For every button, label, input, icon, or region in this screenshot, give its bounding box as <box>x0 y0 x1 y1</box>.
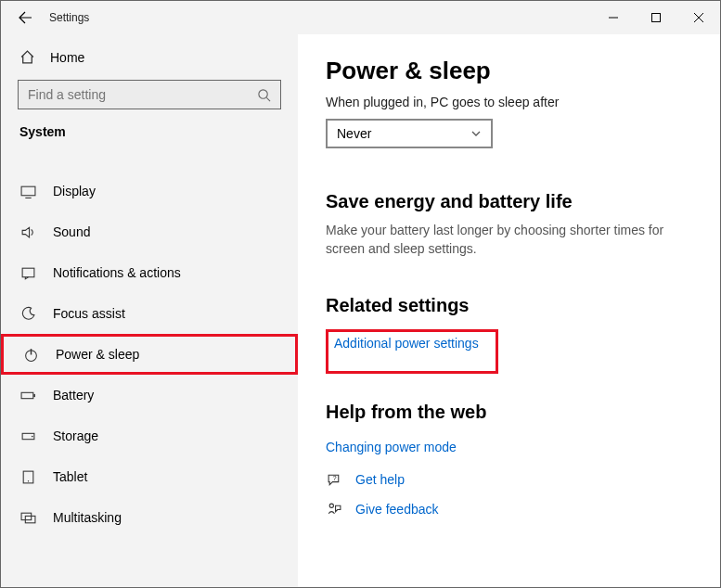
sidebar-item-sound[interactable]: Sound <box>1 211 298 252</box>
chevron-down-icon <box>470 128 482 139</box>
close-button[interactable] <box>677 3 720 32</box>
back-button[interactable] <box>14 6 36 29</box>
sleep-dropdown[interactable]: Never <box>326 119 493 148</box>
notifications-icon <box>19 264 36 281</box>
sidebar: Home System Display Sound Notifications … <box>1 34 298 587</box>
battery-icon <box>19 387 36 403</box>
svg-rect-6 <box>22 268 34 277</box>
svg-point-2 <box>259 89 267 97</box>
additional-power-settings-highlight: Additional power settings <box>326 329 498 374</box>
focus-assist-icon <box>19 305 36 322</box>
sidebar-item-label: Sound <box>53 224 90 239</box>
svg-line-3 <box>266 97 270 101</box>
sidebar-item-focus-assist[interactable]: Focus assist <box>1 293 298 334</box>
storage-icon <box>19 428 36 444</box>
home-nav[interactable]: Home <box>1 42 298 72</box>
sidebar-item-label: Notifications & actions <box>53 265 181 280</box>
svg-point-14 <box>27 480 28 481</box>
svg-rect-10 <box>33 393 35 396</box>
energy-heading: Save energy and battery life <box>326 191 696 212</box>
get-help-row[interactable]: ? Get help <box>326 471 696 488</box>
main-content: Power & sleep When plugged in, PC goes t… <box>298 34 720 587</box>
sidebar-item-tablet[interactable]: Tablet <box>1 456 298 497</box>
svg-point-18 <box>329 504 333 507</box>
tablet-icon <box>19 468 36 485</box>
get-help-link[interactable]: Get help <box>355 472 405 487</box>
minimize-button[interactable] <box>592 3 635 32</box>
give-feedback-link[interactable]: Give feedback <box>355 502 439 517</box>
home-icon <box>19 49 35 65</box>
svg-rect-9 <box>21 392 33 398</box>
sidebar-item-label: Display <box>53 184 96 198</box>
give-feedback-row[interactable]: Give feedback <box>326 501 696 518</box>
home-label: Home <box>50 50 84 65</box>
sidebar-item-label: Power & sleep <box>56 347 139 362</box>
power-icon <box>22 346 39 363</box>
sidebar-item-battery[interactable]: Battery <box>1 375 298 415</box>
arrow-left-icon <box>18 10 32 25</box>
sound-icon <box>19 224 36 240</box>
window-controls <box>592 3 720 32</box>
multitasking-icon <box>19 509 36 526</box>
search-box[interactable] <box>18 80 281 109</box>
sidebar-item-label: Battery <box>53 388 94 403</box>
page-title: Power & sleep <box>326 57 696 85</box>
plugged-label: When plugged in, PC goes to sleep after <box>326 95 696 109</box>
get-help-icon: ? <box>326 471 342 488</box>
svg-rect-1 <box>652 14 661 22</box>
sidebar-item-label: Storage <box>53 428 98 443</box>
sidebar-item-power-sleep[interactable]: Power & sleep <box>1 334 298 375</box>
display-icon <box>19 183 36 199</box>
energy-description: Make your battery last longer by choosin… <box>326 222 678 258</box>
maximize-button[interactable] <box>635 3 677 32</box>
svg-rect-4 <box>21 186 35 196</box>
sidebar-item-label: Tablet <box>53 469 87 484</box>
svg-text:?: ? <box>332 474 336 482</box>
dropdown-value: Never <box>337 126 371 141</box>
feedback-icon <box>326 501 342 518</box>
minimize-icon <box>609 13 618 22</box>
maximize-icon <box>651 13 661 22</box>
sidebar-item-display[interactable]: Display <box>1 171 298 211</box>
close-icon <box>694 13 703 22</box>
sidebar-item-storage[interactable]: Storage <box>1 415 298 456</box>
help-heading: Help from the web <box>326 402 696 423</box>
titlebar: Settings <box>1 1 720 34</box>
search-input[interactable] <box>28 87 247 102</box>
search-icon <box>257 88 271 102</box>
sidebar-item-label: Multitasking <box>53 510 122 525</box>
sidebar-item-label: Focus assist <box>53 306 125 321</box>
changing-power-mode-link[interactable]: Changing power mode <box>326 440 457 454</box>
window-title: Settings <box>49 11 89 24</box>
sidebar-item-multitasking[interactable]: Multitasking <box>1 497 298 538</box>
related-heading: Related settings <box>326 295 696 316</box>
additional-power-settings-link[interactable]: Additional power settings <box>334 336 479 351</box>
section-label: System <box>1 119 298 148</box>
sidebar-item-notifications[interactable]: Notifications & actions <box>1 252 298 293</box>
svg-point-12 <box>31 435 32 437</box>
